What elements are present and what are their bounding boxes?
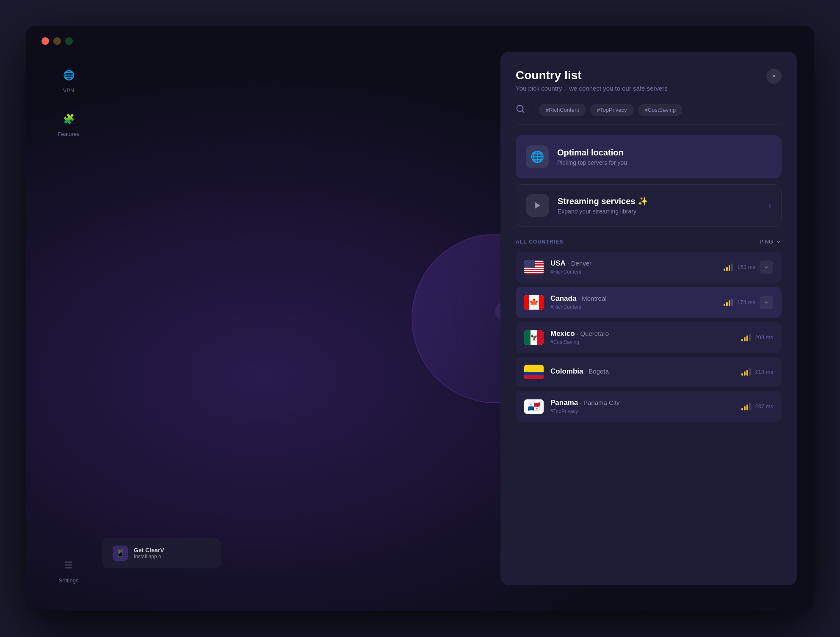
country-name-panama: Panama · Panama City [550, 399, 735, 407]
streaming-title: Streaming services ✨ [558, 196, 648, 206]
streaming-services-card[interactable]: Streaming services ✨ Expand your streami… [516, 184, 782, 227]
close-traffic-light[interactable] [41, 37, 49, 45]
get-clearvpn-banner[interactable]: 📱 Get ClearV Install app o [102, 538, 221, 568]
bar3 [746, 404, 748, 410]
bar2 [744, 406, 746, 410]
country-list-modal: Country list You pick country – we conne… [500, 52, 797, 585]
flag-canada: 🍁 [524, 295, 544, 310]
streaming-text: Streaming services ✨ Expand your streami… [558, 196, 648, 215]
vpn-icon: 🌐 [59, 66, 78, 85]
country-right-colombia: 218 ms [741, 368, 773, 376]
country-name-usa: USA · Denver [550, 259, 717, 268]
sidebar-item-vpn[interactable]: 🌐 VPN [43, 60, 94, 100]
country-row-panama[interactable]: 🇵🇦 Panama · Panama City #TopPrivacy 237 … [516, 391, 782, 422]
sidebar-item-features[interactable]: 🧩 Features [43, 104, 94, 143]
usa-ping: 153 ms [737, 264, 755, 270]
country-row-usa[interactable]: USA · Denver #RichContent 153 ms [516, 252, 782, 282]
country-name-mexico: Mexico · Queretaro [550, 330, 735, 338]
mexico-name: Mexico [550, 330, 575, 338]
bar4 [731, 263, 733, 271]
panama-tag: #TopPrivacy [550, 408, 735, 414]
flag-colombia [524, 365, 544, 379]
bar2 [726, 267, 728, 271]
country-right-usa: 153 ms [724, 260, 773, 274]
features-icon: 🧩 [59, 110, 78, 128]
optimal-subtitle: Picking top servers for you [557, 159, 627, 166]
panama-city: · Panama City [580, 399, 620, 406]
mexico-tag: #CostSaving [550, 339, 735, 345]
optimal-title: Optimal location [557, 148, 627, 158]
streaming-chevron-icon: › [768, 201, 771, 210]
optimal-location-card[interactable]: 🌐 Optimal location Picking top servers f… [516, 135, 782, 178]
streaming-subtitle: Expand your streaming library [558, 208, 648, 215]
bar1 [741, 408, 743, 410]
bar1 [724, 269, 725, 271]
country-info-canada: Canada · Montreal #RichContent [550, 294, 717, 310]
banner-title: Get ClearV [134, 547, 164, 554]
bar2 [726, 302, 728, 306]
panama-name: Panama [550, 399, 578, 407]
modal-header-text: Country list You pick country – we conne… [516, 69, 668, 92]
flag-usa [524, 260, 544, 274]
svg-marker-2 [535, 202, 540, 209]
canada-expand-button[interactable] [760, 296, 773, 309]
bar4 [749, 368, 751, 376]
modal-title: Country list [516, 69, 668, 82]
modal-subtitle: You pick country – we connect you to our… [516, 85, 668, 92]
country-row-colombia[interactable]: Colombia · Bogota 218 ms [516, 357, 782, 387]
colombia-ping: 218 ms [755, 369, 773, 375]
tag-top-privacy[interactable]: #TopPrivacy [590, 104, 634, 116]
maximize-traffic-light[interactable] [65, 37, 73, 45]
search-icon[interactable] [516, 104, 525, 116]
usa-expand-button[interactable] [760, 260, 773, 274]
sidebar-item-settings[interactable]: ☰ Settings [43, 550, 94, 590]
traffic-lights [41, 37, 73, 45]
bar3 [746, 335, 748, 341]
bar4 [749, 403, 751, 410]
modal-close-button[interactable]: × [766, 69, 782, 84]
bar2 [744, 337, 746, 341]
settings-icon: ☰ [59, 556, 78, 575]
bar3 [729, 265, 730, 271]
canada-name: Canada [550, 294, 576, 302]
bar1 [741, 373, 743, 376]
panama-signal-bars [741, 403, 751, 410]
country-row-canada[interactable]: 🍁 Canada · Montreal #RichContent 174 ms [516, 287, 782, 318]
canada-city: · Montreal [578, 295, 607, 302]
sidebar-bottom: ☰ Settings [26, 550, 111, 590]
ping-label: PING [760, 238, 773, 245]
bar3 [746, 370, 748, 376]
streaming-play-icon [526, 194, 549, 217]
country-info-panama: Panama · Panama City #TopPrivacy [550, 399, 735, 414]
mexico-city: · Queretaro [577, 330, 609, 337]
tag-rich-content[interactable]: #RichContent [539, 104, 586, 116]
country-row-mexico[interactable]: 🦅 Mexico · Queretaro #CostSaving 209 ms [516, 322, 782, 353]
modal-header: Country list You pick country – we conne… [516, 69, 782, 92]
canada-ping: 174 ms [737, 299, 755, 305]
filter-tags: #RichContent #TopPrivacy #CostSaving [539, 104, 682, 116]
optimal-text: Optimal location Picking top servers for… [557, 148, 627, 166]
tag-cost-saving[interactable]: #CostSaving [638, 104, 683, 116]
countries-header: ALL COUNTRIES PING [516, 238, 782, 245]
bar4 [731, 299, 733, 306]
country-info-colombia: Colombia · Bogota [550, 367, 735, 377]
country-name-colombia: Colombia · Bogota [550, 367, 735, 376]
bar4 [749, 334, 751, 341]
bar1 [724, 304, 725, 306]
country-right-canada: 174 ms [724, 296, 773, 309]
bar1 [741, 339, 743, 341]
search-divider [532, 104, 532, 116]
usa-tag: #RichContent [550, 269, 717, 275]
banner-subtitle: Install app o [134, 554, 164, 559]
sidebar-item-settings-label: Settings [59, 577, 79, 584]
bar2 [744, 371, 746, 376]
flag-mexico: 🦅 [524, 330, 544, 345]
colombia-city: · Bogota [585, 368, 609, 375]
search-area: #RichContent #TopPrivacy #CostSaving [516, 104, 782, 125]
country-right-mexico: 209 ms [741, 334, 773, 341]
country-info-mexico: Mexico · Queretaro #CostSaving [550, 330, 735, 345]
minimize-traffic-light[interactable] [53, 37, 61, 45]
sidebar: 🌐 VPN 🧩 Features ☰ Settings [26, 26, 111, 611]
ping-sort-button[interactable]: PING [760, 238, 782, 245]
colombia-signal-bars [741, 368, 751, 376]
